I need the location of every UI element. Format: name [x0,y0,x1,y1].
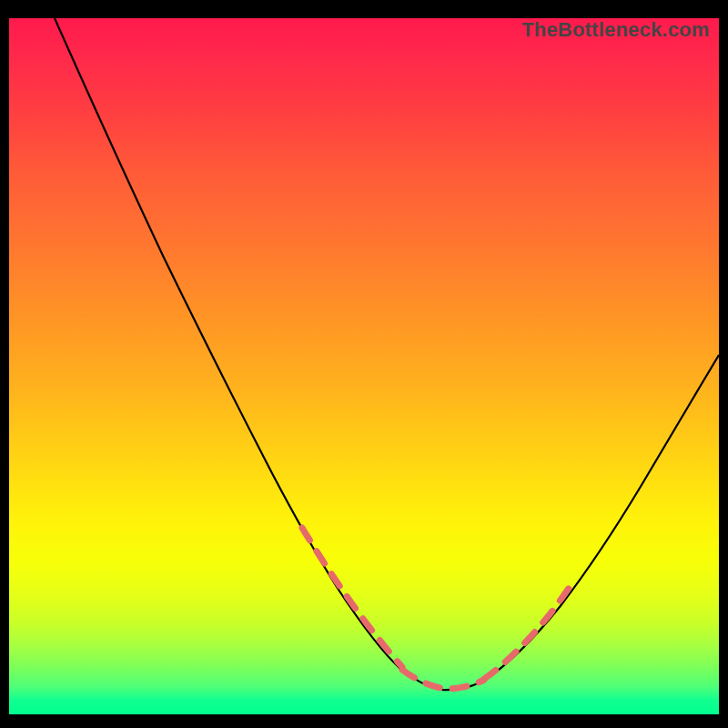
plot-area: TheBottleneck.com [9,18,719,714]
highlight-left [302,528,402,667]
chart-container: TheBottleneck.com [0,0,728,728]
highlight-right [484,584,571,679]
bottleneck-curve [9,18,719,714]
curve-path [55,18,719,690]
